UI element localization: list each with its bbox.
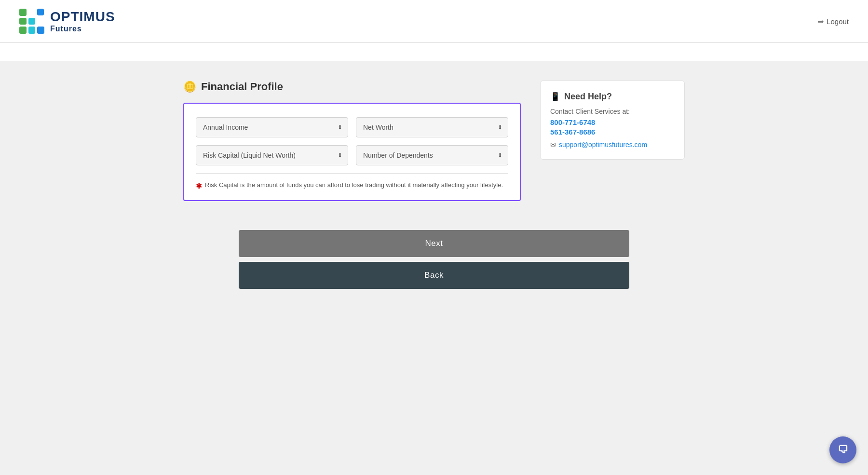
help-title: 📱 Need Help? <box>550 92 675 102</box>
form-row-1: Annual IncomeUnder $25,000$25,000 - $50,… <box>196 117 508 137</box>
logo-cell-5 <box>28 18 36 25</box>
next-button[interactable]: Next <box>239 230 629 257</box>
num-dependents-select[interactable]: Number of Dependents012345+ <box>356 145 508 165</box>
disclaimer: ✱ Risk Capital is the amount of funds yo… <box>196 181 508 190</box>
chat-bubble[interactable]: 🗨 <box>829 436 856 463</box>
logo-cell-4 <box>19 18 27 25</box>
logo-cell-2 <box>28 9 36 16</box>
sub-header-bar <box>0 43 868 61</box>
logo-cell-6 <box>37 18 44 25</box>
form-divider <box>196 173 508 174</box>
help-subtitle: Contact Client Services at: <box>550 108 675 115</box>
asterisk-icon: ✱ <box>196 181 202 190</box>
email-icon: ✉ <box>550 141 556 149</box>
money-icon: 🪙 <box>183 81 196 93</box>
section-title-text: Financial Profile <box>201 81 283 93</box>
main-content: 🪙 Financial Profile Annual IncomeUnder $… <box>169 61 699 220</box>
logo-area: OPTIMUS Futures <box>19 9 115 34</box>
phone-icon: 📱 <box>550 92 560 102</box>
annual-income-select[interactable]: Annual IncomeUnder $25,000$25,000 - $50,… <box>196 117 348 137</box>
back-button[interactable]: Back <box>239 262 629 289</box>
net-worth-select[interactable]: Net WorthUnder $50,000$50,000 - $100,000… <box>356 117 508 137</box>
header: OPTIMUS Futures ➡ Logout <box>0 0 868 43</box>
logo-text: OPTIMUS Futures <box>50 9 115 33</box>
help-email-link[interactable]: support@optimusfutures.com <box>559 141 647 149</box>
buttons-section: Next Back <box>224 230 644 289</box>
logo-name: OPTIMUS <box>50 9 115 25</box>
form-row-2: Risk Capital (Liquid Net Worth)Under $10… <box>196 145 508 165</box>
net-worth-wrapper: Net WorthUnder $50,000$50,000 - $100,000… <box>356 117 508 137</box>
num-dependents-wrapper: Number of Dependents012345+ ⬍ <box>356 145 508 165</box>
form-card: Annual IncomeUnder $25,000$25,000 - $50,… <box>183 103 521 201</box>
logout-icon: ➡ <box>817 17 824 26</box>
logo-grid <box>19 9 44 34</box>
help-title-text: Need Help? <box>564 92 612 102</box>
risk-capital-wrapper: Risk Capital (Liquid Net Worth)Under $10… <box>196 145 348 165</box>
logo-cell-9 <box>37 27 44 34</box>
logout-button[interactable]: ➡ Logout <box>817 17 849 26</box>
logo-cell-7 <box>19 27 27 34</box>
risk-capital-select[interactable]: Risk Capital (Liquid Net Worth)Under $10… <box>196 145 348 165</box>
help-card: 📱 Need Help? Contact Client Services at:… <box>540 81 685 160</box>
section-title: 🪙 Financial Profile <box>183 81 521 93</box>
annual-income-wrapper: Annual IncomeUnder $25,000$25,000 - $50,… <box>196 117 348 137</box>
logo-sub: Futures <box>50 25 115 33</box>
help-phone-2[interactable]: 561-367-8686 <box>550 128 675 136</box>
logo-cell-3 <box>37 9 44 15</box>
help-phone-1[interactable]: 800-771-6748 <box>550 118 675 126</box>
logo-cell-1 <box>19 9 27 16</box>
help-email-row: ✉ support@optimusfutures.com <box>550 141 675 149</box>
form-section: 🪙 Financial Profile Annual IncomeUnder $… <box>183 81 521 201</box>
logo-cell-8 <box>28 27 36 34</box>
chat-icon: 🗨 <box>838 444 848 456</box>
disclaimer-text: Risk Capital is the amount of funds you … <box>205 181 503 189</box>
logout-label: Logout <box>827 17 849 26</box>
